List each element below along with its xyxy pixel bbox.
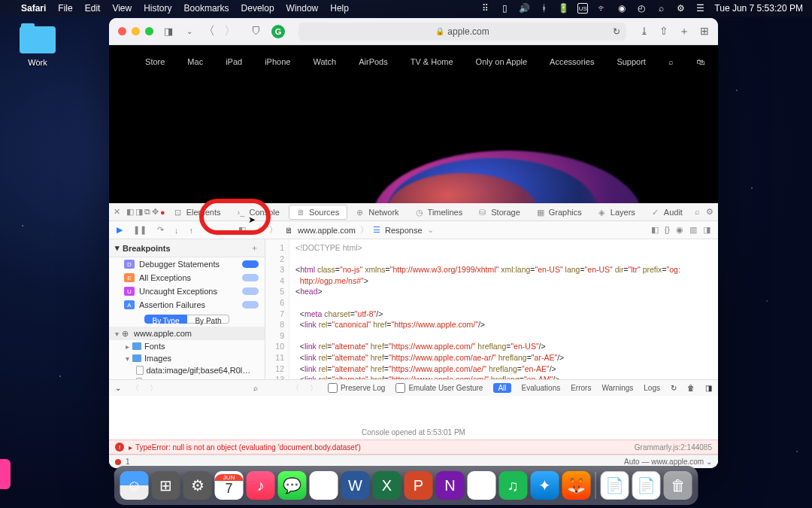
element-select-icon[interactable]: ✥ [152, 207, 159, 217]
tabs-overview-icon[interactable]: ⊞ [700, 25, 709, 38]
filter-evaluations[interactable]: Evaluations [522, 384, 561, 392]
tab-audit[interactable]: ✓Audit [644, 205, 690, 219]
privacy-shield-icon[interactable]: ⛉ [248, 24, 264, 38]
toggle[interactable] [242, 274, 259, 281]
crumb-fwd-icon[interactable]: 〉 [269, 224, 277, 236]
nav-toggle-icon[interactable]: ◧ [238, 225, 246, 235]
toggle[interactable] [242, 287, 259, 295]
dock-side-icon[interactable]: ◧ [126, 207, 134, 217]
dock-slack[interactable]: # [468, 471, 496, 500]
error-source-link[interactable]: Grammarly.js:2:144085 [635, 443, 712, 452]
volume-icon[interactable]: 🔊 [519, 3, 529, 14]
pause-icon[interactable]: ❚❚ [133, 225, 147, 235]
add-breakpoint-icon[interactable]: ＋ [250, 242, 259, 254]
nav-tvhome[interactable]: TV & Home [411, 57, 453, 66]
app-name[interactable]: Safari [21, 3, 46, 14]
filter-logs[interactable]: Logs [644, 384, 660, 392]
bp-uncaught[interactable]: UUncaught Exceptions [109, 284, 265, 298]
nav-store[interactable]: Store [145, 57, 165, 66]
emulate-gesture-checkbox[interactable]: Emulate User Gesture [395, 383, 483, 393]
search-icon[interactable]: ⌕ [656, 3, 666, 14]
console-nav-back-icon[interactable]: 〈 [132, 383, 139, 394]
clock-icon[interactable]: ◴ [636, 3, 647, 14]
nav-accessories[interactable]: Accessories [550, 57, 594, 66]
console-search-icon[interactable]: ⌕ [253, 384, 258, 392]
preserve-log-checkbox[interactable]: Preserve Log [328, 383, 385, 393]
battery-icon[interactable]: 🔋 [558, 3, 568, 14]
menu-develop[interactable]: Develop [241, 3, 274, 14]
tree-file-1[interactable]: data:image/gif;base64,R0l…w== [109, 364, 265, 376]
record-icon[interactable]: ● [160, 208, 165, 217]
details-toggle-icon[interactable]: ◨ [703, 225, 710, 235]
url-field[interactable]: 🔒 apple.com ↻ [298, 23, 626, 41]
wifi-icon[interactable]: ᯤ [597, 3, 607, 14]
step-into-icon[interactable]: ↓ [174, 226, 179, 235]
dock-spotify[interactable]: ♫ [499, 471, 528, 500]
dock-chrome[interactable]: ◉ [310, 471, 338, 500]
mobile-icon[interactable]: ▯ [499, 3, 510, 14]
eye-icon[interactable]: ◉ [676, 225, 683, 235]
step-over-icon[interactable]: ↷ [157, 225, 164, 235]
dock-messages[interactable]: 💬 [278, 471, 307, 500]
columns-icon[interactable]: ▥ [689, 225, 697, 235]
dock-music[interactable]: ♪ [247, 471, 275, 500]
control-center-icon[interactable]: ⚙ [675, 3, 686, 14]
crumb-host[interactable]: www.apple.com [298, 226, 356, 235]
dock-trash[interactable]: 🗑 [664, 471, 692, 500]
source-code-editor[interactable]: 12345678910111213141516171819 <!DOCTYPE … [265, 239, 718, 379]
tree-images[interactable]: ▾Images [109, 352, 265, 364]
dock-safari[interactable]: ✦ [531, 471, 559, 500]
nav-watch[interactable]: Watch [313, 57, 336, 66]
seg-by-type[interactable]: By Type [144, 315, 188, 324]
dock-firefox[interactable]: 🦊 [562, 471, 591, 500]
console-crumb-fwd-icon[interactable]: 〉 [310, 383, 317, 394]
filter-errors[interactable]: Errors [571, 384, 591, 392]
nav-mac[interactable]: Mac [187, 57, 203, 66]
grammarly-icon[interactable]: G [271, 25, 285, 38]
dock-onenote[interactable]: N [436, 471, 465, 500]
reload-icon[interactable]: ↻ [671, 384, 677, 392]
close-window-button[interactable] [118, 27, 126, 35]
tab-graphics[interactable]: ▦Graphics [529, 205, 589, 219]
bp-assert[interactable]: AAssertion Failures [109, 298, 265, 312]
tab-network[interactable]: ⊕Network [349, 205, 406, 219]
step-out-icon[interactable]: ↑ [189, 226, 194, 235]
input-source-icon[interactable]: US [577, 3, 588, 14]
close-inspector-icon[interactable]: ✕ [114, 207, 120, 217]
bluetooth-icon[interactable]: ᚼ [538, 3, 549, 14]
tab-storage[interactable]: ⛁Storage [471, 205, 528, 219]
console-crumb-back-icon[interactable]: 〈 [292, 383, 299, 394]
inspector-search-icon[interactable]: ⌕ [695, 207, 700, 217]
menu-history[interactable]: History [144, 3, 171, 14]
crumb-response[interactable]: Response [385, 226, 423, 235]
responsive-icon[interactable]: ⧉ [144, 207, 150, 217]
tab-console[interactable]: ›_Console [230, 205, 287, 219]
bp-allexc[interactable]: EAll Exceptions [109, 271, 265, 284]
menu-file[interactable]: File [58, 3, 72, 14]
tab-dropdown-icon[interactable]: ⌄ [183, 26, 195, 37]
share-icon[interactable]: ⇧ [659, 25, 668, 38]
dock-calendar[interactable]: JUN7 [215, 471, 244, 500]
minimize-window-button[interactable] [132, 27, 140, 35]
notification-icon[interactable]: ☰ [695, 3, 705, 14]
bp-debugger[interactable]: DDebugger Statements [109, 257, 265, 271]
nav-ipad[interactable]: iPad [226, 57, 242, 66]
tab-elements[interactable]: ⊡Elements [167, 205, 229, 219]
nav-search-icon[interactable]: ⌕ [668, 57, 674, 66]
dropbox-icon[interactable]: ⠿ [480, 3, 490, 14]
dock-file-1[interactable]: 📄 [601, 471, 629, 500]
console-toggle-icon[interactable]: ⌄ [115, 384, 121, 392]
tree-fonts[interactable]: ▸Fonts [109, 340, 265, 352]
fullscreen-window-button[interactable] [145, 27, 153, 35]
dock-launchpad[interactable]: ⊞ [152, 471, 180, 500]
nav-airpods[interactable]: AirPods [359, 57, 388, 66]
error-count-icon[interactable] [115, 459, 121, 465]
context-selector[interactable]: Auto — www.apple.com ⌄ [624, 458, 712, 466]
tab-layers[interactable]: ◈Layers [591, 205, 643, 219]
sidebar-toggle-icon[interactable]: ◨ [161, 24, 176, 38]
nav-iphone[interactable]: iPhone [265, 57, 290, 66]
reload-icon[interactable]: ↻ [613, 26, 620, 37]
user-icon[interactable]: ◉ [617, 3, 627, 14]
menu-edit[interactable]: Edit [85, 3, 101, 14]
breakpoints-header[interactable]: ▾Breakpoints＋ [109, 239, 265, 257]
